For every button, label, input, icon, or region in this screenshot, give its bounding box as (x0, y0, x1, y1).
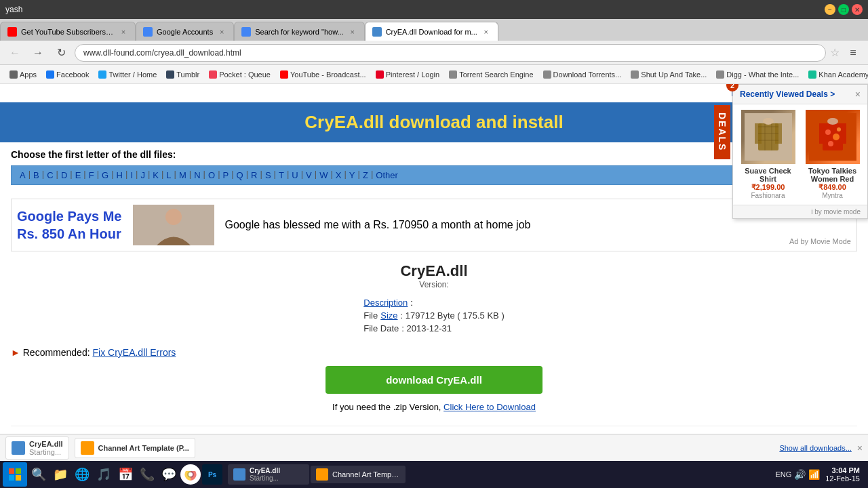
bookmark-shut-up[interactable]: Shut Up And Take... (627, 68, 711, 81)
taskbar-file-manager-icon[interactable]: 📁 (50, 464, 71, 485)
alpha-n[interactable]: N (191, 169, 203, 182)
alpha-d[interactable]: D (58, 169, 70, 182)
forward-button[interactable]: → (28, 43, 47, 62)
alpha-r[interactable]: R (248, 169, 260, 182)
dll-date-row: File Date : 2013-12-31 (363, 323, 504, 333)
dll-description-link[interactable]: Description (363, 298, 408, 308)
svg-point-17 (825, 129, 831, 135)
zip-download-link[interactable]: Click Here to Download (443, 402, 536, 412)
bookmark-star-icon[interactable]: ☆ (830, 46, 840, 59)
alpha-c[interactable]: C (44, 169, 56, 182)
alphabet-navigation: A| B| C| D| E| F| G| H| I| J| K| L| M| N… (11, 165, 857, 185)
deals-header-text[interactable]: Recently Viewed Deals > (740, 89, 835, 99)
bookmark-favicon-digg (716, 70, 724, 79)
bookmark-facebook[interactable]: Facebook (42, 68, 93, 81)
alpha-o[interactable]: O (205, 169, 218, 182)
bookmark-apps[interactable]: Apps (5, 68, 41, 81)
ad-person-image (133, 205, 214, 245)
tab-google-accounts[interactable]: Google Accounts × (136, 22, 234, 41)
main-content: Google Pays Me Rs. 850 An Hour Google ha… (0, 192, 868, 434)
svg-point-27 (189, 472, 193, 476)
show-all-downloads-button[interactable]: Show all downloads... (779, 444, 851, 452)
alpha-u[interactable]: U (289, 169, 300, 182)
alpha-k[interactable]: K (150, 169, 161, 182)
taskbar-app-label-cryea: CryEA.dll Starting... (250, 467, 280, 482)
alpha-x[interactable]: X (333, 169, 344, 182)
tab-close-3[interactable]: × (348, 27, 357, 37)
alpha-v[interactable]: V (303, 169, 315, 182)
svg-rect-24 (16, 475, 21, 481)
alpha-q[interactable]: Q (234, 169, 246, 182)
bookmark-torrent-search[interactable]: Torrent Search Engine (445, 68, 537, 81)
alpha-m[interactable]: M (176, 169, 189, 182)
taskbar-music-icon[interactable]: 🎵 (94, 464, 114, 485)
tab-get-youtube[interactable]: Get YouTube Subscribers: ... × (0, 22, 136, 41)
bookmark-tumblr[interactable]: Tumblr (162, 68, 203, 81)
bookmark-favicon-download-torrents (543, 70, 551, 79)
alpha-b[interactable]: B (31, 169, 42, 182)
alpha-t[interactable]: T (276, 169, 287, 182)
recommended-section: ► Recommended: Fix CryEA.dll Errors (11, 347, 857, 358)
taskbar-ie-icon[interactable]: 🌐 (72, 464, 92, 485)
reload-button[interactable]: ↻ (52, 43, 71, 62)
alpha-g[interactable]: G (99, 169, 111, 182)
taskbar-photoshop-icon[interactable]: Ps (202, 464, 222, 485)
bookmark-khan-academy[interactable]: Khan Academy (804, 68, 868, 81)
alpha-w[interactable]: W (317, 169, 330, 182)
alpha-i[interactable]: I (127, 169, 136, 182)
bookmark-pinterest[interactable]: Pinterest / Login (372, 68, 444, 81)
taskbar-app-channel-art[interactable]: Channel Art Template (P... (311, 466, 406, 483)
maximize-button[interactable]: □ (838, 4, 849, 15)
alpha-other[interactable]: Other (373, 169, 401, 182)
bookmark-label-tumblr: Tumblr (176, 70, 199, 79)
tab-close-2[interactable]: × (217, 27, 226, 37)
tab-close-1[interactable]: × (119, 27, 128, 37)
download-button[interactable]: download CryEA.dll (326, 366, 542, 394)
fix-errors-link[interactable]: Fix CryEA.dll Errors (92, 347, 176, 358)
alpha-l[interactable]: L (163, 169, 174, 182)
advertisement-banner: Google Pays Me Rs. 850 An Hour Google ha… (11, 199, 857, 251)
alpha-j[interactable]: J (138, 169, 148, 182)
tab-favicon-1 (7, 27, 17, 37)
dll-filename: CryEA.dll (11, 262, 857, 280)
alpha-z[interactable]: Z (360, 169, 371, 182)
bookmark-youtube[interactable]: YouTube - Broadcast... (276, 68, 370, 81)
bookmark-pocket[interactable]: Pocket : Queue (205, 68, 275, 81)
alpha-y[interactable]: Y (347, 169, 358, 182)
tab-cryea-dll[interactable]: CryEA.dll Download for m... × (365, 22, 498, 41)
dll-size-link[interactable]: Size (380, 310, 397, 321)
deals-footer: i by movie mode (733, 205, 867, 218)
tab-label-3: Search for keyword "how... (255, 28, 343, 36)
tab-search-keyword[interactable]: Search for keyword "how... × (234, 22, 364, 41)
bookmark-twitter[interactable]: Twitter / Home (94, 68, 161, 81)
alpha-h[interactable]: H (114, 169, 125, 182)
bookmark-digg[interactable]: Digg - What the Inte... (712, 68, 803, 81)
alpha-a[interactable]: A (17, 169, 28, 182)
taskbar-app-cryea[interactable]: CryEA.dll Starting... (228, 464, 309, 485)
address-bar[interactable]: www.dll-found.com/cryea.dll_download.htm… (75, 44, 826, 62)
taskbar-phone-icon[interactable]: 📞 (137, 464, 157, 485)
title-bar-left: yash (5, 5, 28, 14)
taskbar-calendar-icon[interactable]: 📅 (115, 464, 136, 485)
minimize-button[interactable]: − (825, 4, 835, 15)
svg-rect-15 (840, 123, 846, 144)
settings-button[interactable]: ≡ (844, 43, 863, 62)
close-button[interactable]: ✕ (852, 4, 863, 15)
deals-items: Suave Check Shirt ₹2,199.00 Fashionara (733, 104, 867, 205)
bookmark-download-torrents[interactable]: Download Torrents... (539, 68, 626, 81)
alpha-e[interactable]: E (73, 169, 84, 182)
download-bar-close-button[interactable]: × (857, 443, 863, 453)
back-button[interactable]: ← (5, 43, 24, 62)
taskbar-search-icon[interactable]: 🔍 (28, 464, 49, 485)
ad-line2: Rs. 850 An Hour (17, 226, 121, 241)
alpha-s[interactable]: S (262, 169, 274, 182)
alpha-f[interactable]: F (86, 169, 97, 182)
tab-close-4[interactable]: × (481, 27, 491, 37)
start-button[interactable] (3, 462, 27, 487)
bookmark-label-torrent-search: Torrent Search Engine (459, 70, 533, 79)
deals-close-button[interactable]: × (855, 89, 861, 100)
taskbar-clock[interactable]: 3:04 PM 12-Feb-15 (825, 466, 860, 483)
taskbar-messages-icon[interactable]: 💬 (159, 464, 179, 485)
taskbar-chrome-icon[interactable] (180, 464, 201, 485)
alpha-p[interactable]: P (220, 169, 232, 182)
